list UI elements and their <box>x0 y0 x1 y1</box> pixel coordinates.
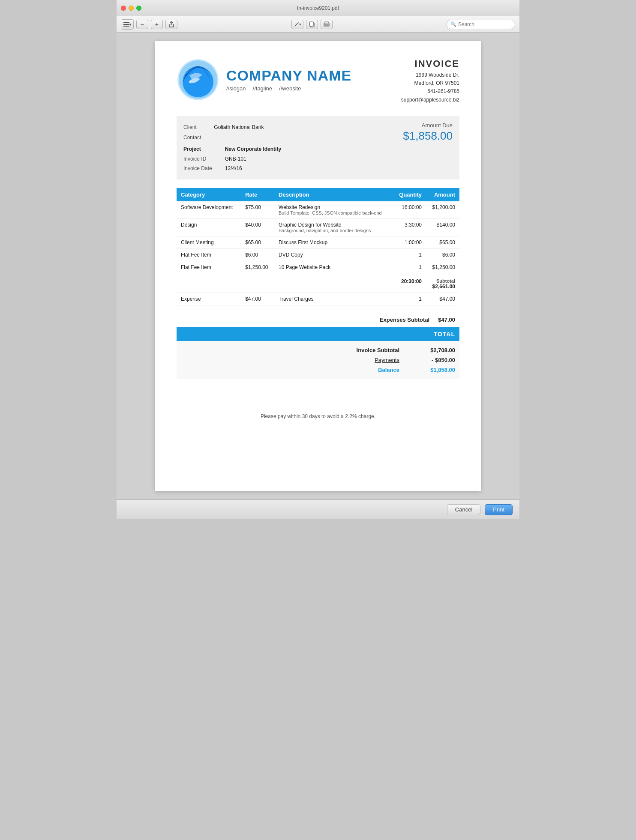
search-input[interactable] <box>458 21 511 27</box>
minimize-button[interactable] <box>129 6 134 11</box>
client-name: Goliath National Bank <box>214 122 264 132</box>
sidebar-toggle-button[interactable]: ▾ <box>121 20 133 29</box>
header-rate: Rate <box>241 188 274 201</box>
expense-desc: Travel Charges <box>274 293 393 305</box>
window-title: tn-invoice9201.pdf <box>297 5 339 11</box>
toolbar: ▾ − + ▾ 🔍 <box>117 16 519 33</box>
amount-due-value: $1,858.00 <box>403 129 453 143</box>
cell-rate-2: $40.00 <box>241 219 274 236</box>
cell-desc-3: Discuss First Mockup <box>274 236 393 249</box>
copy-button[interactable] <box>306 20 318 29</box>
project-label: Project <box>183 144 212 154</box>
cell-desc-1: Website Redesign Build Template, CSS, JS… <box>274 201 393 219</box>
invoice-table: Category Rate Description Quantity Amoun… <box>177 188 459 305</box>
invoice-title-label: INVOICE <box>401 58 459 69</box>
logo-section: COMPANY NAME //slogan //tagline //websit… <box>177 58 351 101</box>
payments-value: - $850.00 <box>417 357 455 363</box>
total-block: TOTAL Invoice Subtotal $2,708.00 Payment… <box>177 327 459 379</box>
invoice-meta: INVOICE 1999 Woodside Dr. Medford, OR 97… <box>401 58 459 104</box>
header-description: Description <box>274 188 393 201</box>
cell-qty-3: 1:00:00 <box>393 236 426 249</box>
svg-rect-0 <box>123 22 129 23</box>
header-amount: Amount <box>426 188 459 201</box>
invoice-id-label: Invoice ID <box>183 154 212 164</box>
client-section: Client Contact Goliath National Bank Pro… <box>177 116 459 179</box>
phone: 541-261-9785 <box>401 87 459 96</box>
cell-desc-4: DVD Copy <box>274 249 393 261</box>
client-values: Goliath National Bank <box>214 122 264 143</box>
table-header: Category Rate Description Quantity Amoun… <box>177 188 459 201</box>
tagline: //tagline <box>253 85 273 92</box>
invoice-subtotal-label: Invoice Subtotal <box>339 347 399 353</box>
cell-category-4: Flat Fee Item <box>177 249 241 261</box>
svg-rect-1 <box>123 24 129 25</box>
contact-label: Contact <box>183 132 201 143</box>
project-labels: Project Invoice ID Invoice Date <box>183 144 212 173</box>
table-row: Client Meeting $65.00 Discuss First Mock… <box>177 236 459 249</box>
cell-amount-3: $65.00 <box>426 236 459 249</box>
annotate-button[interactable]: ▾ <box>291 20 303 29</box>
client-info: Client Contact Goliath National Bank Pro… <box>183 122 281 173</box>
close-button[interactable] <box>121 6 126 11</box>
traffic-lights <box>121 6 141 11</box>
cell-qty-2: 3:30:00 <box>393 219 426 236</box>
cell-amount-2: $140.00 <box>426 219 459 236</box>
expense-rate: $47.00 <box>241 293 274 305</box>
zoom-in-button[interactable]: + <box>151 20 163 29</box>
cancel-button[interactable]: Cancel <box>447 504 480 515</box>
invoice-subtotal-value: $2,708.00 <box>417 347 455 353</box>
share-button[interactable] <box>165 20 177 29</box>
invoice-footer: Please pay within 30 days to avoid a 2.2… <box>177 405 459 419</box>
svg-point-9 <box>183 66 213 97</box>
cell-qty-4: 1 <box>393 249 426 261</box>
slogan: //slogan <box>226 85 246 92</box>
email: support@applesource.biz <box>401 96 459 104</box>
subtotal-label: Subtotal <box>430 278 455 284</box>
cell-qty-5: 1 <box>393 261 426 274</box>
balance-row: Balance $1,858.00 <box>181 365 455 375</box>
invoice-date-label: Invoice Date <box>183 164 212 173</box>
svg-rect-6 <box>325 24 328 26</box>
header-category: Category <box>177 188 241 201</box>
cell-rate-5: $1,250.00 <box>241 261 274 274</box>
balance-value: $1,858.00 <box>417 367 455 373</box>
cell-rate-4: $6.00 <box>241 249 274 261</box>
client-label: Client <box>183 122 201 132</box>
svg-rect-4 <box>309 22 313 26</box>
invoice-id: GNB-101 <box>225 154 281 164</box>
client-labels: Client Contact <box>183 122 201 143</box>
maximize-button[interactable] <box>136 6 141 11</box>
invoice-page: COMPANY NAME //slogan //tagline //websit… <box>155 41 481 491</box>
expense-row: Expense $47.00 Travel Charges 1 $47.00 <box>177 293 459 305</box>
print-toolbar-button[interactable] <box>321 20 333 29</box>
table-row: Flat Fee Item $6.00 DVD Copy 1 $6.00 <box>177 249 459 261</box>
cell-desc-5: 10 Page Website Pack <box>274 261 393 274</box>
amount-due-section: Amount Due $1,858.00 <box>403 122 453 143</box>
print-button[interactable]: Print <box>485 504 513 515</box>
table-body: Software Development $75.00 Website Rede… <box>177 201 459 305</box>
cell-category-5: Flat Fee Item <box>177 261 241 274</box>
cell-rate-1: $75.00 <box>241 201 274 219</box>
subtotal-row: 20:30:00 Subtotal $2,661.00 <box>177 273 459 293</box>
view-controls: ▾ <box>121 19 134 30</box>
cell-category-3: Client Meeting <box>177 236 241 249</box>
total-rows: Invoice Subtotal $2,708.00 Payments - $8… <box>177 341 459 379</box>
invoice-subtotal-row: Invoice Subtotal $2,708.00 <box>181 345 455 355</box>
cell-rate-3: $65.00 <box>241 236 274 249</box>
invoice-date: 12/4/16 <box>225 164 281 173</box>
zoom-out-button[interactable]: − <box>136 20 148 29</box>
expense-category: Expense <box>177 293 241 305</box>
project-values: New Corporate Identity GNB-101 12/4/16 <box>225 144 281 173</box>
company-logo <box>177 58 219 101</box>
invoice-header: COMPANY NAME //slogan //tagline //websit… <box>177 58 459 104</box>
expense-amount: $47.00 <box>426 293 459 305</box>
table-row: Software Development $75.00 Website Rede… <box>177 201 459 219</box>
payments-row: Payments - $850.00 <box>181 355 455 365</box>
table-row: Design $40.00 Graphic Design for Website… <box>177 219 459 236</box>
amount-due-label: Amount Due <box>403 122 453 129</box>
subtotal-qty: 20:30:00 <box>393 273 426 293</box>
header-quantity: Quantity <box>393 188 426 201</box>
cell-qty-1: 16:00:00 <box>393 201 426 219</box>
expenses-subtotal-value: $47.00 <box>438 317 455 323</box>
search-box[interactable]: 🔍 <box>447 20 515 29</box>
